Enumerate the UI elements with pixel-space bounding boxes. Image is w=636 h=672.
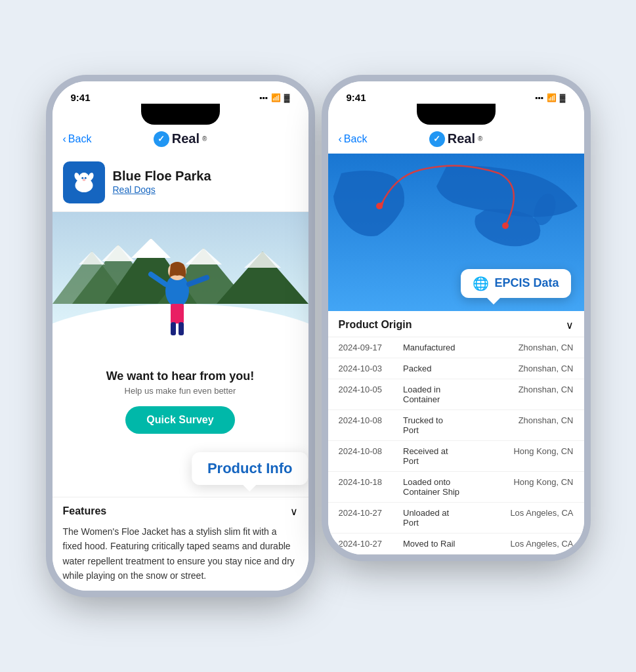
wifi-icon-right: 📶 xyxy=(547,93,557,102)
svg-point-9 xyxy=(82,178,85,180)
timeline-date: 2024-10-18 xyxy=(328,471,393,502)
product-info-label: Product Info xyxy=(207,460,293,476)
check-badge-left: ✓ xyxy=(154,131,169,147)
timeline-location: Zhonshan, CN xyxy=(471,337,584,358)
svg-rect-29 xyxy=(171,322,176,335)
epcis-tooltip: 🌐 EPCIS Data xyxy=(461,269,570,298)
notch-left xyxy=(141,104,220,125)
registered-mark-right: ® xyxy=(478,135,482,142)
timeline-event: Trucked to Port xyxy=(392,410,471,440)
chevron-down-icon[interactable]: ∨ xyxy=(290,505,298,518)
globe-icon: 🌐 xyxy=(473,276,489,291)
battery-icon-right: ▓ xyxy=(560,93,566,102)
timeline-date: 2024-10-27 xyxy=(328,502,393,533)
phone-top-left: 9:41 ▪▪▪ 📶 ▓ xyxy=(53,81,308,125)
phone-content-left: Blue Floe Parka Real Dogs xyxy=(53,154,308,591)
quick-survey-button[interactable]: Quick Survey xyxy=(125,406,234,434)
status-icons-left: ▪▪▪ 📶 ▓ xyxy=(259,93,290,102)
back-label-right: Back xyxy=(344,133,368,145)
svg-rect-28 xyxy=(171,304,184,324)
timeline-date: 2024-10-08 xyxy=(328,440,393,471)
chevron-left-icon: ‹ xyxy=(63,133,66,145)
timeline-location: Hong Kong, CN xyxy=(471,471,584,502)
product-title-area: Blue Floe Parka Real Dogs xyxy=(113,169,211,196)
table-row: 2024-10-08 Trucked to Port Zhonshan, CN xyxy=(328,410,584,440)
back-button-left[interactable]: ‹ Back xyxy=(63,133,92,145)
timeline-date: 2024-10-27 xyxy=(328,533,393,554)
product-info-wrapper: Product Info xyxy=(53,440,308,497)
nav-bar-left: ‹ Back ✓ Real® xyxy=(53,125,308,154)
product-hero xyxy=(53,212,308,356)
phone-content-right: 🌐 EPCIS Data Product Origin ∨ 2024-09-17… xyxy=(328,154,584,555)
features-label: Features xyxy=(63,505,107,517)
features-section: Features ∨ The Women's Floe Jacket has a… xyxy=(53,497,308,591)
signal-icon: ▪▪▪ xyxy=(259,93,268,102)
status-time-right: 9:41 xyxy=(347,92,366,103)
timeline-event: Loaded onto Container Ship xyxy=(392,471,471,502)
svg-point-8 xyxy=(84,177,86,178)
timeline-location: Zhonshan, CN xyxy=(471,379,584,410)
product-name: Blue Floe Parka xyxy=(113,169,211,184)
logo-right: ✓ Real® xyxy=(429,131,483,147)
timeline-location: Zhonshan, CN xyxy=(471,410,584,440)
table-row: 2024-10-03 Packed Zhonshan, CN xyxy=(328,358,584,379)
table-row: 2024-09-17 Manufactured Zhonshan, CN xyxy=(328,337,584,358)
check-badge-right: ✓ xyxy=(429,131,445,147)
timeline-event: Manufactured xyxy=(392,337,471,358)
chevron-left-icon-right: ‹ xyxy=(339,133,342,145)
signal-icon-right: ▪▪▪ xyxy=(535,93,543,102)
back-button-right[interactable]: ‹ Back xyxy=(339,133,368,145)
svg-point-34 xyxy=(502,222,509,229)
timeline-location: Zhonshan, CN xyxy=(471,358,584,379)
features-text: The Women's Floe Jacket has a stylish sl… xyxy=(63,524,298,583)
timeline-event: Loaded in Container xyxy=(392,379,471,410)
timeline-event: Moved to Rail xyxy=(392,533,471,554)
left-phone: 9:41 ▪▪▪ 📶 ▓ ‹ Back ✓ Real® xyxy=(53,81,308,591)
origin-label: Product Origin xyxy=(339,319,412,331)
notch-right xyxy=(417,104,496,125)
phone-top-right: 9:41 ▪▪▪ 📶 ▓ xyxy=(328,81,584,125)
hero-image-svg xyxy=(53,212,308,356)
nav-bar-right: ‹ Back ✓ Real® xyxy=(328,125,584,154)
table-row: 2024-10-27 Unloaded at Port Los Angeles,… xyxy=(328,502,584,533)
back-label-left: Back xyxy=(68,133,92,145)
scene: 9:41 ▪▪▪ 📶 ▓ ‹ Back ✓ Real® xyxy=(53,81,584,591)
svg-point-7 xyxy=(81,177,83,178)
svg-rect-30 xyxy=(179,322,184,335)
epcis-label: EPCIS Data xyxy=(494,276,559,290)
timeline-event: Packed xyxy=(392,358,471,379)
product-header: Blue Floe Parka Real Dogs xyxy=(53,154,308,212)
right-phone: 9:41 ▪▪▪ 📶 ▓ ‹ Back ✓ Real® xyxy=(328,81,584,555)
logo-left: ✓ Real® xyxy=(154,131,207,147)
brand-name-right: Real xyxy=(448,131,475,146)
battery-icon: ▓ xyxy=(284,93,290,102)
map-area: 🌐 EPCIS Data xyxy=(328,154,584,311)
timeline-date: 2024-09-17 xyxy=(328,337,393,358)
timeline-event: Unloaded at Port xyxy=(392,502,471,533)
dog-logo-icon xyxy=(68,167,100,198)
brand-name-left: Real xyxy=(172,131,200,146)
product-origin-header: Product Origin ∨ xyxy=(328,311,584,337)
timeline-date: 2024-10-03 xyxy=(328,358,393,379)
timeline-location: Hong Kong, CN xyxy=(471,440,584,471)
table-row: 2024-10-05 Loaded in Container Zhonshan,… xyxy=(328,379,584,410)
wifi-icon: 📶 xyxy=(271,93,281,102)
status-icons-right: ▪▪▪ 📶 ▓ xyxy=(535,93,566,102)
timeline-event: Received at Port xyxy=(392,440,471,471)
table-row: 2024-10-08 Received at Port Hong Kong, C… xyxy=(328,440,584,471)
features-header: Features ∨ xyxy=(63,505,298,518)
survey-section: We want to hear from you! Help us make f… xyxy=(53,356,308,440)
chevron-down-icon-origin[interactable]: ∨ xyxy=(566,319,574,331)
table-row: 2024-10-18 Loaded onto Container Ship Ho… xyxy=(328,471,584,502)
timeline-date: 2024-10-05 xyxy=(328,379,393,410)
survey-heading: We want to hear from you! xyxy=(63,369,298,383)
brand-link[interactable]: Real Dogs xyxy=(113,184,156,195)
svg-point-35 xyxy=(376,203,383,209)
brand-logo-box xyxy=(63,161,105,203)
timeline-table: 2024-09-17 Manufactured Zhonshan, CN 202… xyxy=(328,337,584,555)
table-row: 2024-10-27 Moved to Rail Los Angeles, CA xyxy=(328,533,584,554)
registered-mark-left: ® xyxy=(202,135,207,142)
survey-subtext: Help us make fun even better xyxy=(63,386,298,396)
timeline-location: Los Angeles, CA xyxy=(471,502,584,533)
product-info-tooltip[interactable]: Product Info xyxy=(192,452,308,485)
